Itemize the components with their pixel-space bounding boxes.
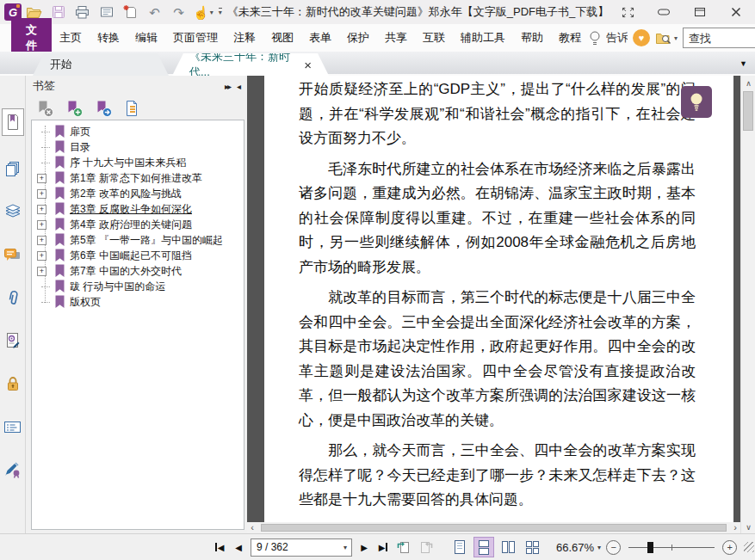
expand-plus-icon[interactable]: + <box>37 267 46 276</box>
pages-panel-button[interactable] <box>2 158 24 179</box>
zoom-slider[interactable] <box>628 547 715 548</box>
scroll-up-icon[interactable]: ∧ <box>741 77 755 89</box>
bookmark-item[interactable]: +第5章 『一带一路』与中国的崛起 <box>32 232 244 248</box>
next-view-button[interactable] <box>417 538 436 557</box>
menu-protect[interactable]: 保护 <box>339 26 377 50</box>
scroll-right-icon[interactable]: › <box>730 523 740 532</box>
bookmark-item[interactable]: 目录 <box>32 139 244 155</box>
menu-tutorial[interactable]: 教程 <box>551 26 589 50</box>
horizontal-scrollbar[interactable]: ‹ › <box>247 522 740 533</box>
zoom-dropdown[interactable]: ▾ <box>597 544 601 551</box>
scroll-left-icon[interactable]: ‹ <box>247 523 257 532</box>
document-page[interactable]: 开始质疑经济至上的“GDP主义”，提出了“什么样的发展”的问题，并在“科学发展观… <box>264 76 733 522</box>
first-page-button[interactable]: ◀ <box>210 538 229 557</box>
bookmark-item[interactable]: 扉页 <box>32 124 244 139</box>
email-button[interactable] <box>95 2 118 22</box>
bookmark-item[interactable]: 版权页 <box>32 294 244 310</box>
tab-close-icon[interactable]: × <box>304 58 312 71</box>
expand-plus-icon[interactable]: + <box>37 220 46 230</box>
menu-comment[interactable]: 注释 <box>226 26 263 50</box>
fullscreen-button[interactable] <box>620 5 635 19</box>
digital-sign-button[interactable] <box>2 459 24 480</box>
assistant-lightbulb-button[interactable] <box>681 86 712 118</box>
bookmark-item[interactable]: +第7章 中国的大外交时代 <box>32 263 244 279</box>
menu-edit[interactable]: 编辑 <box>127 26 165 50</box>
print-button[interactable] <box>71 2 94 22</box>
horizontal-scroll-thumb[interactable] <box>261 524 727 532</box>
lightbulb-icon[interactable] <box>589 30 601 46</box>
expand-plus-icon[interactable]: + <box>37 189 46 199</box>
panel-expand-icon[interactable]: ▸▸ <box>225 82 230 91</box>
close-button[interactable] <box>728 5 744 19</box>
new-document-button[interactable] <box>119 2 142 22</box>
expand-current-bookmark-icon[interactable] <box>124 100 141 118</box>
zoom-out-button[interactable]: − <box>606 540 621 555</box>
add-bookmark-icon[interactable] <box>65 100 84 118</box>
previous-view-button[interactable] <box>394 538 413 557</box>
resize-grip[interactable] <box>744 542 754 552</box>
vertical-scrollbar[interactable]: ∧ ∨ <box>740 76 755 533</box>
tab-start[interactable]: 开始 <box>33 53 169 76</box>
tab-list-icon[interactable]: ▼ <box>740 59 747 68</box>
bookmark-item[interactable]: +第6章 中国崛起已不可阻挡 <box>32 248 244 263</box>
continuous-view-button[interactable] <box>473 537 494 557</box>
expand-plus-icon[interactable]: + <box>37 251 46 261</box>
bookmark-item[interactable]: 跋 行动与中国的命运 <box>32 279 244 294</box>
signatures-panel-button[interactable] <box>2 330 24 351</box>
bookmark-item[interactable]: +第2章 改革的风险与挑战 <box>32 186 244 201</box>
bookmark-item[interactable]: 序 十九大与中国未来兵稆 <box>32 155 244 170</box>
menu-view[interactable]: 视图 <box>263 26 301 50</box>
tab-document[interactable]: 《未来三十年：新时代... × <box>172 53 329 76</box>
bookmark-item[interactable]: +第4章 政府治理的关键问题 <box>32 217 244 232</box>
attachments-panel-button[interactable] <box>2 287 24 308</box>
bookmark-item-selected[interactable]: +第3章 反腐败斗争如何深化 <box>32 201 244 217</box>
next-page-button[interactable]: ▶ <box>355 538 374 557</box>
menubar-right: 告诉 ♥ ▾ ▾ ▶ <box>589 28 755 48</box>
menu-help[interactable]: 帮助 <box>513 26 551 50</box>
restore-button[interactable] <box>692 5 708 19</box>
delete-bookmark-icon[interactable] <box>36 100 54 118</box>
bookmark-item[interactable]: +第1章 新常态下如何推进改革 <box>32 170 244 186</box>
minimize-button[interactable] <box>656 5 671 19</box>
search-folder-dropdown: ▾ <box>674 34 678 42</box>
continuous-facing-view-button[interactable] <box>522 537 542 557</box>
hand-tool-button[interactable]: ☝ ▾ ▾ <box>193 6 222 19</box>
menu-page-management[interactable]: 页面管理 <box>165 26 226 50</box>
zoom-in-button[interactable]: + <box>722 540 737 555</box>
single-page-view-button[interactable] <box>449 537 470 557</box>
vertical-scroll-thumb[interactable] <box>743 91 753 131</box>
zoom-slider-thumb[interactable] <box>647 542 653 553</box>
zoom-level[interactable]: 66.67% <box>556 541 594 554</box>
previous-page-button[interactable]: ◀ <box>229 538 248 557</box>
bookmarks-panel-button[interactable] <box>2 108 24 136</box>
tell-me-label[interactable]: 告诉 <box>606 30 628 46</box>
menu-home[interactable]: 主页 <box>52 26 90 50</box>
hand-tool-dropdown[interactable]: ▾ <box>210 9 214 16</box>
expand-plus-icon[interactable]: + <box>37 205 46 214</box>
scroll-down-icon[interactable]: ∨ <box>741 520 755 533</box>
undo-button[interactable]: ↶ <box>143 2 166 22</box>
menu-convert[interactable]: 转换 <box>90 26 127 50</box>
facing-view-button[interactable] <box>498 537 518 557</box>
expand-plus-icon[interactable]: + <box>37 236 46 245</box>
tabbar: 开始 《未来三十年：新时代... × ▼ <box>0 52 755 76</box>
security-panel-button[interactable] <box>2 373 24 394</box>
comments-panel-button[interactable] <box>2 244 24 265</box>
find-input[interactable] <box>684 32 755 45</box>
menu-accessibility[interactable]: 辅助工具 <box>453 26 513 50</box>
menu-form[interactable]: 表单 <box>301 26 339 50</box>
search-folder-button[interactable]: ▾ <box>655 31 678 46</box>
layers-panel-button[interactable] <box>2 201 24 222</box>
goto-bookmark-icon[interactable] <box>95 100 113 118</box>
redo-button[interactable]: ↷ <box>167 2 190 22</box>
panel-collapse-icon[interactable]: ◂ <box>237 82 239 91</box>
expand-plus-icon[interactable]: + <box>37 174 46 183</box>
page-number-dropdown[interactable]: ▾ <box>343 544 351 551</box>
fields-panel-button[interactable] <box>2 416 24 437</box>
page-number-input[interactable] <box>251 541 331 553</box>
menu-connect[interactable]: 互联 <box>415 26 453 50</box>
menu-share[interactable]: 共享 <box>377 26 415 50</box>
member-heart-icon[interactable]: ♥ <box>633 29 650 46</box>
lightbulb-filled-icon <box>688 91 705 114</box>
last-page-button[interactable]: ▶ <box>374 538 393 557</box>
